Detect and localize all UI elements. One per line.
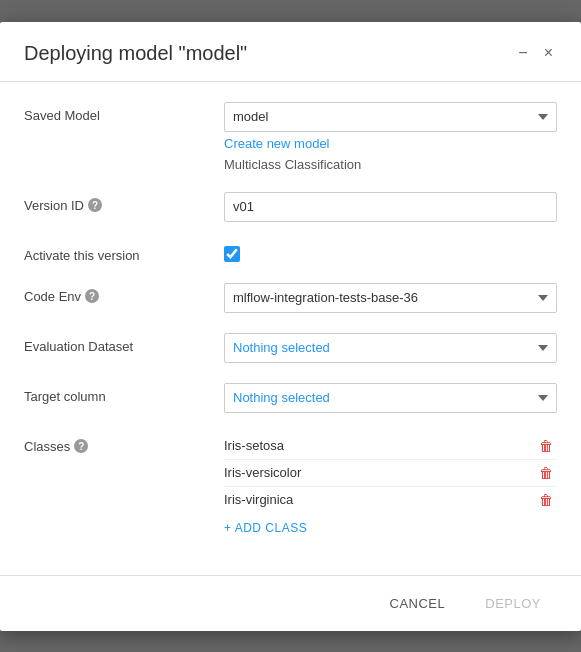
evaluation-dataset-select[interactable]: Nothing selected [224, 333, 557, 363]
activate-version-checkbox[interactable] [224, 246, 240, 262]
version-id-control [224, 192, 557, 222]
target-column-control: Nothing selected [224, 383, 557, 413]
minimize-button[interactable]: − [514, 43, 531, 63]
class-name-iris-virginica: Iris-virginica [224, 492, 293, 507]
create-new-model-link[interactable]: Create new model [224, 136, 330, 151]
cancel-button[interactable]: CANCEL [374, 588, 462, 619]
header-controls: − × [514, 43, 557, 63]
close-button[interactable]: × [540, 43, 557, 63]
add-class-button[interactable]: + ADD CLASS [224, 513, 307, 535]
list-item: Iris-virginica 🗑 [224, 487, 557, 513]
classes-label: Classes ? [24, 433, 224, 454]
saved-model-select[interactable]: model [224, 102, 557, 132]
target-column-label: Target column [24, 383, 224, 404]
code-env-row: Code Env ? mlflow-integration-tests-base… [24, 283, 557, 313]
delete-iris-setosa-button[interactable]: 🗑 [535, 437, 557, 455]
activate-version-row: Activate this version [24, 242, 557, 263]
saved-model-control: model Create new model Multiclass Classi… [224, 102, 557, 172]
version-id-help-icon[interactable]: ? [88, 198, 102, 212]
saved-model-label: Saved Model [24, 102, 224, 123]
list-item: Iris-setosa 🗑 [224, 433, 557, 460]
delete-iris-versicolor-button[interactable]: 🗑 [535, 464, 557, 482]
dialog-body: Saved Model model Create new model Multi… [0, 82, 581, 575]
list-item: Iris-versicolor 🗑 [224, 460, 557, 487]
code-env-control: mlflow-integration-tests-base-36 [224, 283, 557, 313]
evaluation-dataset-row: Evaluation Dataset Nothing selected [24, 333, 557, 363]
evaluation-dataset-label: Evaluation Dataset [24, 333, 224, 354]
version-id-row: Version ID ? [24, 192, 557, 222]
version-id-input[interactable] [224, 192, 557, 222]
classification-badge: Multiclass Classification [224, 157, 557, 172]
version-id-label: Version ID ? [24, 192, 224, 213]
dialog-footer: CANCEL DEPLOY [0, 575, 581, 631]
classes-help-icon[interactable]: ? [74, 439, 88, 453]
saved-model-row: Saved Model model Create new model Multi… [24, 102, 557, 172]
dialog-title: Deploying model "model" [24, 42, 247, 65]
deploy-model-dialog: Deploying model "model" − × Saved Model … [0, 22, 581, 631]
class-name-iris-versicolor: Iris-versicolor [224, 465, 301, 480]
code-env-select[interactable]: mlflow-integration-tests-base-36 [224, 283, 557, 313]
code-env-help-icon[interactable]: ? [85, 289, 99, 303]
evaluation-dataset-control: Nothing selected [224, 333, 557, 363]
delete-iris-virginica-button[interactable]: 🗑 [535, 491, 557, 509]
activate-version-label: Activate this version [24, 242, 224, 263]
dialog-header: Deploying model "model" − × [0, 22, 581, 82]
target-column-select[interactable]: Nothing selected [224, 383, 557, 413]
class-name-iris-setosa: Iris-setosa [224, 438, 284, 453]
activate-version-control [224, 242, 557, 262]
classes-row: Classes ? Iris-setosa 🗑 Iris-versicolor … [24, 433, 557, 535]
classes-section: Iris-setosa 🗑 Iris-versicolor 🗑 Iris-vir… [224, 433, 557, 535]
deploy-button[interactable]: DEPLOY [469, 588, 557, 619]
target-column-row: Target column Nothing selected [24, 383, 557, 413]
code-env-label: Code Env ? [24, 283, 224, 304]
